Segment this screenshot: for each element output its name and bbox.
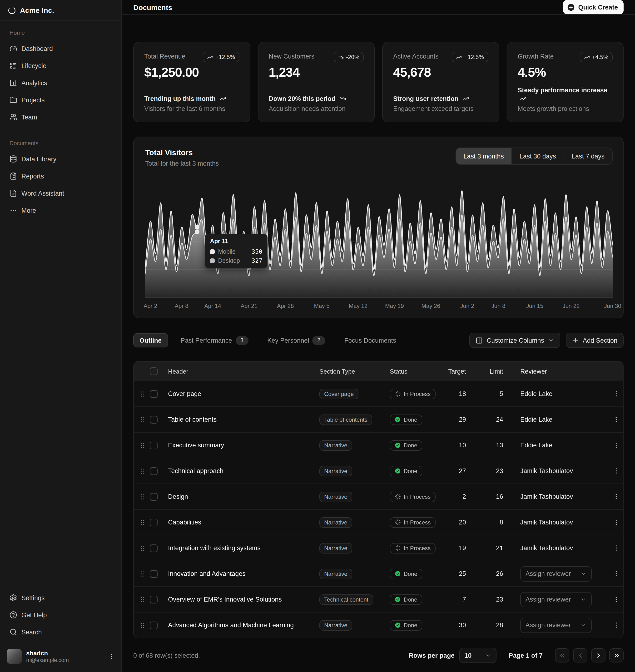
- next-page-button[interactable]: [591, 648, 606, 663]
- limit-value[interactable]: 21: [472, 544, 509, 552]
- row-actions-button[interactable]: [611, 440, 621, 451]
- row-actions-button[interactable]: [611, 414, 621, 425]
- row-header[interactable]: Table of contents: [164, 416, 320, 423]
- previous-page-button[interactable]: [573, 648, 587, 663]
- last-page-button[interactable]: [609, 648, 623, 663]
- row-checkbox[interactable]: [150, 493, 157, 500]
- target-value[interactable]: 10: [443, 442, 472, 449]
- range-last-7-days[interactable]: Last 7 days: [564, 148, 612, 164]
- row-actions-button[interactable]: [611, 517, 621, 528]
- drag-handle-icon[interactable]: [138, 596, 146, 603]
- column-target: Target: [443, 368, 472, 375]
- target-value[interactable]: 2: [443, 493, 472, 500]
- row-checkbox[interactable]: [150, 390, 157, 398]
- row-header[interactable]: Innovation and Advantages: [164, 570, 320, 577]
- sections-table: Header Section Type Status Target Limit …: [133, 361, 623, 638]
- target-value[interactable]: 18: [443, 390, 472, 397]
- row-header[interactable]: Capabilities: [164, 519, 320, 526]
- drag-handle-icon[interactable]: [138, 544, 146, 552]
- limit-value[interactable]: 13: [472, 442, 509, 449]
- sidebar-item-analytics[interactable]: Analytics: [6, 75, 116, 90]
- kebab-menu-icon[interactable]: [108, 653, 115, 659]
- drag-handle-icon[interactable]: [138, 442, 146, 449]
- row-actions-button[interactable]: [611, 465, 621, 477]
- row-header[interactable]: Design: [164, 493, 320, 500]
- row-checkbox[interactable]: [150, 544, 157, 552]
- chevron-down-icon: [580, 622, 587, 628]
- tab-key-personnel[interactable]: Key Personnel2: [261, 333, 331, 348]
- sidebar-item-team[interactable]: Team: [6, 109, 116, 125]
- sidebar-item-more[interactable]: More: [6, 203, 116, 218]
- drag-handle-icon[interactable]: [138, 390, 146, 398]
- rows-per-page-select[interactable]: 10: [459, 648, 496, 663]
- row-checkbox[interactable]: [150, 518, 157, 526]
- drag-handle-icon[interactable]: [138, 467, 146, 475]
- mobile-swatch-icon: [210, 249, 215, 254]
- assign-reviewer-select[interactable]: Assign reviewer: [520, 618, 592, 633]
- sidebar-item-word-assistant[interactable]: Word Assistant: [6, 186, 116, 201]
- sidebar-item-projects[interactable]: Projects: [6, 92, 116, 108]
- row-actions-button[interactable]: [611, 568, 621, 579]
- row-checkbox[interactable]: [150, 467, 157, 475]
- row-checkbox[interactable]: [150, 442, 157, 449]
- drag-handle-icon[interactable]: [138, 493, 146, 500]
- range-last-3-months[interactable]: Last 3 months: [456, 148, 511, 164]
- customize-columns-button[interactable]: Customize Columns: [469, 333, 561, 348]
- drag-handle-icon[interactable]: [138, 621, 146, 629]
- visitors-area-chart[interactable]: Apr 11 Mobile 350 Desktop 327: [145, 185, 613, 298]
- quick-create-button[interactable]: Quick Create: [563, 0, 623, 14]
- limit-value[interactable]: 16: [472, 493, 509, 500]
- target-value[interactable]: 30: [443, 622, 472, 629]
- add-section-button[interactable]: Add Section: [566, 333, 623, 348]
- limit-value[interactable]: 23: [472, 467, 509, 474]
- first-page-button[interactable]: [555, 648, 569, 663]
- sidebar-item-get-help[interactable]: Get Help: [6, 607, 116, 623]
- tab-past-performance[interactable]: Past Performance3: [174, 333, 255, 348]
- user-menu[interactable]: shadcn m@example.com: [4, 646, 117, 666]
- sidebar-item-data-library[interactable]: Data Library: [6, 151, 116, 166]
- row-checkbox[interactable]: [150, 621, 157, 629]
- sidebar-item-reports[interactable]: Reports: [6, 169, 116, 184]
- sidebar-item-lifecycle[interactable]: Lifecycle: [6, 58, 116, 73]
- row-header[interactable]: Cover page: [164, 390, 320, 397]
- row-checkbox[interactable]: [150, 570, 157, 578]
- target-value[interactable]: 19: [443, 544, 472, 552]
- row-actions-button[interactable]: [611, 491, 621, 502]
- row-actions-button[interactable]: [611, 594, 621, 605]
- select-all-checkbox[interactable]: [150, 367, 157, 375]
- row-actions-button[interactable]: [611, 542, 621, 554]
- limit-value[interactable]: 5: [472, 390, 509, 397]
- drag-handle-icon[interactable]: [138, 570, 146, 578]
- row-checkbox[interactable]: [150, 416, 157, 423]
- limit-value[interactable]: 24: [472, 416, 509, 423]
- limit-value[interactable]: 26: [472, 570, 509, 577]
- range-last-30-days[interactable]: Last 30 days: [511, 148, 564, 164]
- target-value[interactable]: 29: [443, 416, 472, 423]
- sidebar-item-settings[interactable]: Settings: [6, 590, 116, 605]
- drag-handle-icon[interactable]: [138, 416, 146, 423]
- limit-value[interactable]: 23: [472, 596, 509, 603]
- target-value[interactable]: 27: [443, 467, 472, 474]
- row-header[interactable]: Advanced Algorithms and Machine Learning: [164, 622, 320, 629]
- sidebar-item-dashboard[interactable]: Dashboard: [6, 41, 116, 56]
- time-range-toggle: Last 3 months Last 30 days Last 7 days: [455, 148, 613, 165]
- row-header[interactable]: Executive summary: [164, 442, 320, 449]
- target-value[interactable]: 20: [443, 519, 472, 526]
- assign-reviewer-select[interactable]: Assign reviewer: [520, 592, 592, 607]
- sidebar-item-search[interactable]: Search: [6, 624, 116, 640]
- row-header[interactable]: Overview of EMR's Innovative Solutions: [164, 596, 320, 603]
- limit-value[interactable]: 8: [472, 519, 509, 526]
- row-header[interactable]: Integration with existing systems: [164, 544, 320, 552]
- tab-outline[interactable]: Outline: [133, 333, 168, 348]
- drag-handle-icon[interactable]: [138, 518, 146, 526]
- row-actions-button[interactable]: [611, 620, 621, 631]
- target-value[interactable]: 7: [443, 596, 472, 603]
- row-header[interactable]: Technical approach: [164, 467, 320, 474]
- target-value[interactable]: 25: [443, 570, 472, 577]
- sidebar-brand[interactable]: Acme Inc.: [0, 0, 122, 21]
- limit-value[interactable]: 28: [472, 622, 509, 629]
- row-checkbox[interactable]: [150, 596, 157, 603]
- assign-reviewer-select[interactable]: Assign reviewer: [520, 566, 592, 581]
- tab-focus-documents[interactable]: Focus Documents: [338, 333, 402, 348]
- row-actions-button[interactable]: [611, 388, 621, 400]
